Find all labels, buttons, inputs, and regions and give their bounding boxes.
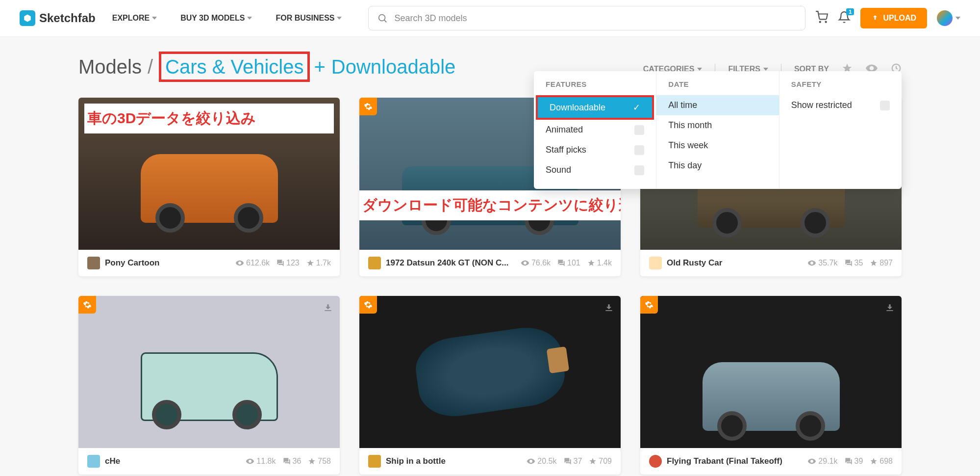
comments-stat: 37 <box>564 457 582 466</box>
comments-stat: 123 <box>276 259 300 267</box>
views-stat: 612.6k <box>235 259 270 267</box>
svg-point-2 <box>820 22 821 23</box>
filter-this-week[interactable]: This week <box>656 135 779 156</box>
author-avatar[interactable] <box>87 455 100 468</box>
filter-features-col: FEATURES Downloadable ✓ Animated Staff p… <box>534 71 656 189</box>
filter-animated[interactable]: Animated <box>534 120 656 140</box>
notification-badge: 1 <box>846 8 854 15</box>
search-wrap <box>368 6 805 30</box>
filter-show-restricted[interactable]: Show restricted <box>779 95 902 115</box>
likes-stat: 698 <box>870 457 893 466</box>
svg-point-3 <box>826 22 827 23</box>
gear-icon <box>78 296 96 314</box>
thumbnail <box>78 296 340 448</box>
comments-stat: 35 <box>845 259 863 267</box>
author-avatar[interactable] <box>649 257 662 269</box>
model-card[interactable]: 車の3Dデータを絞り込み Pony Cartoon 612.6k 123 1.7… <box>78 98 340 276</box>
author-avatar[interactable] <box>87 257 100 269</box>
filter-this-month[interactable]: This month <box>656 115 779 135</box>
model-title[interactable]: 1972 Datsun 240k GT (NON C... <box>386 258 516 268</box>
annotation-text: ダウンロード可能なコンテンツに絞り込み <box>359 190 621 220</box>
author-avatar[interactable] <box>649 455 662 468</box>
download-icon <box>604 303 614 315</box>
filter-panel: FEATURES Downloadable ✓ Animated Staff p… <box>534 71 902 189</box>
thumbnail: 車の3Dデータを絞り込み <box>78 98 340 250</box>
gear-icon <box>359 98 377 115</box>
model-card[interactable]: Ship in a bottle 20.5k 37 709 <box>359 296 621 475</box>
gear-icon <box>359 296 377 314</box>
header: Sketchfab EXPLORE BUY 3D MODELS FOR BUSI… <box>0 0 980 37</box>
checkbox <box>634 145 644 155</box>
likes-stat: 897 <box>870 259 893 267</box>
breadcrumb-root[interactable]: Models <box>78 56 142 78</box>
bell-icon[interactable]: 1 <box>838 11 851 26</box>
views-stat: 11.8k <box>246 457 276 466</box>
model-title[interactable]: Ship in a bottle <box>386 456 522 466</box>
likes-stat: 1.7k <box>306 259 331 267</box>
model-card[interactable]: cHe 11.8k 36 758 <box>78 296 340 475</box>
checkbox <box>880 101 890 110</box>
brand-text: Sketchfab <box>39 11 96 25</box>
filter-date-col: DATE All time This month This week This … <box>656 71 779 189</box>
gear-icon <box>640 296 658 314</box>
comments-stat: 36 <box>283 457 302 466</box>
likes-stat: 758 <box>308 457 331 466</box>
breadcrumb: Models / Cars & Vehicles + Downloadable <box>78 52 455 82</box>
chevron-down-icon <box>763 68 768 71</box>
svg-point-0 <box>379 15 385 21</box>
nav-business[interactable]: FOR BUSINESS <box>269 14 349 23</box>
nav-explore[interactable]: EXPLORE <box>105 14 164 23</box>
date-heading: DATE <box>656 80 779 95</box>
filter-sound[interactable]: Sound <box>534 160 656 180</box>
author-avatar[interactable] <box>368 257 381 269</box>
chevron-down-icon <box>247 17 252 20</box>
model-title[interactable]: Old Rusty Car <box>667 258 803 268</box>
annotation-text: 車の3Dデータを絞り込み <box>84 104 334 133</box>
page-body: Models / Cars & Vehicles + Downloadable … <box>0 37 980 476</box>
comments-stat: 101 <box>557 259 580 267</box>
model-title[interactable]: cHe <box>105 456 241 466</box>
filter-all-time[interactable]: All time <box>656 95 779 115</box>
cart-icon[interactable] <box>815 11 828 26</box>
model-title[interactable]: Flying Trabant (Final Takeoff) <box>667 456 803 466</box>
features-heading: FEATURES <box>534 80 656 95</box>
svg-line-1 <box>384 20 387 23</box>
views-stat: 35.7k <box>807 259 837 267</box>
logo-icon <box>20 10 35 26</box>
filter-this-day[interactable]: This day <box>656 156 779 176</box>
breadcrumb-category[interactable]: Cars & Vehicles <box>159 52 310 82</box>
search-icon <box>377 13 388 26</box>
user-menu[interactable] <box>937 10 960 26</box>
upload-button[interactable]: UPLOAD <box>860 8 927 28</box>
views-stat: 29.1k <box>807 457 837 466</box>
filter-downloadable[interactable]: Downloadable ✓ <box>538 97 652 118</box>
filter-safety-col: SAFETY Show restricted <box>779 71 902 189</box>
logo[interactable]: Sketchfab <box>20 10 96 26</box>
safety-heading: SAFETY <box>779 80 902 95</box>
views-stat: 20.5k <box>527 457 556 466</box>
chevron-down-icon <box>337 17 342 20</box>
thumbnail <box>359 296 621 448</box>
likes-stat: 1.4k <box>587 259 612 267</box>
chevron-down-icon <box>955 17 960 20</box>
checkbox <box>634 125 644 135</box>
model-card[interactable]: Flying Trabant (Final Takeoff) 29.1k 39 … <box>640 296 902 475</box>
filter-staff-picks[interactable]: Staff picks <box>534 140 656 160</box>
breadcrumb-plus: + <box>314 56 325 78</box>
views-stat: 76.6k <box>521 259 551 267</box>
chevron-down-icon <box>697 68 702 71</box>
breadcrumb-sep: / <box>148 56 153 78</box>
model-title[interactable]: Pony Cartoon <box>105 258 230 268</box>
download-icon <box>885 303 895 315</box>
thumbnail <box>640 296 902 448</box>
author-avatar[interactable] <box>368 455 381 468</box>
breadcrumb-tail[interactable]: Downloadable <box>331 56 456 78</box>
chevron-down-icon <box>152 17 157 20</box>
avatar <box>937 10 953 26</box>
nav-buy[interactable]: BUY 3D MODELS <box>174 14 259 23</box>
likes-stat: 709 <box>589 457 612 466</box>
checkbox <box>634 165 644 175</box>
check-icon: ✓ <box>633 102 640 113</box>
comments-stat: 39 <box>845 457 863 466</box>
search-input[interactable] <box>368 6 805 30</box>
